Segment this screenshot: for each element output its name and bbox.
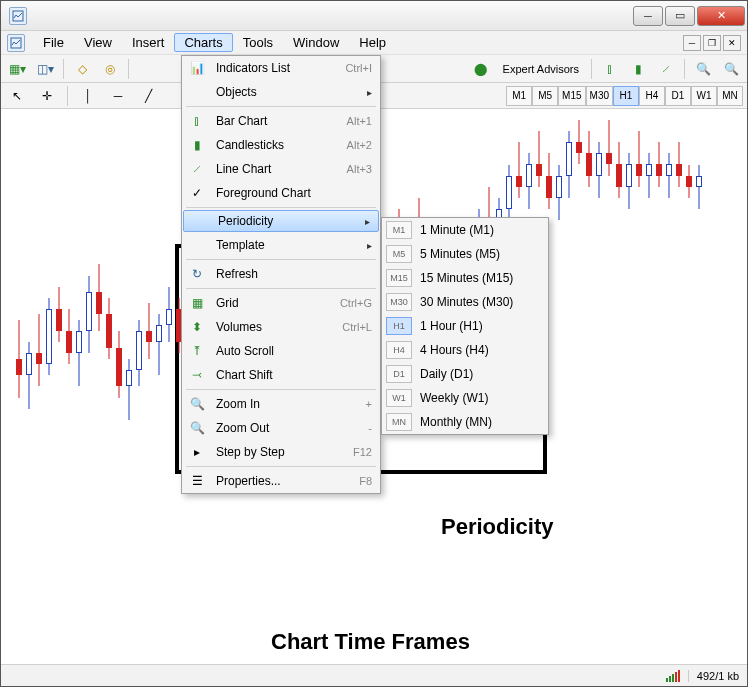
periodicity-item-label: 1 Hour (H1) [420, 319, 483, 333]
menu-window[interactable]: Window [283, 33, 349, 52]
submenu-arrow-icon: ▸ [365, 216, 370, 227]
window-controls: ─ ▭ ✕ [633, 6, 745, 26]
periodicity-item-m15[interactable]: M1515 Minutes (M15) [382, 266, 548, 290]
menu-item-grid[interactable]: ▦GridCtrl+G [182, 291, 380, 315]
cursor-button[interactable]: ↖ [5, 85, 29, 107]
timeframe-badge-icon: M1 [386, 221, 412, 239]
menu-insert[interactable]: Insert [122, 33, 175, 52]
mdi-controls: ─ ❐ ✕ [683, 35, 741, 51]
menu-charts[interactable]: Charts [174, 33, 232, 52]
menu-view[interactable]: View [74, 33, 122, 52]
menu-help[interactable]: Help [349, 33, 396, 52]
candlestick [596, 142, 602, 198]
status-traffic: 492/1 kb [688, 670, 739, 682]
market-watch-button[interactable]: ◇ [70, 58, 94, 80]
menu-shortcut: Ctrl+G [340, 297, 372, 309]
mdi-restore-button[interactable]: ❐ [703, 35, 721, 51]
candlestick [546, 153, 552, 209]
periodicity-item-h1[interactable]: H11 Hour (H1) [382, 314, 548, 338]
zoom-out-button[interactable]: 🔍 [719, 58, 743, 80]
periodicity-item-label: 15 Minutes (M15) [420, 271, 513, 285]
menu-item-bar-chart[interactable]: ⫿Bar ChartAlt+1 [182, 109, 380, 133]
menu-item-zoom-in[interactable]: 🔍Zoom In+ [182, 392, 380, 416]
maximize-button[interactable]: ▭ [665, 6, 695, 26]
timeframe-badge-icon: M5 [386, 245, 412, 263]
periodicity-item-m30[interactable]: M3030 Minutes (M30) [382, 290, 548, 314]
timeframe-h4-button[interactable]: H4 [639, 86, 665, 106]
candlestick [576, 120, 582, 164]
menu-item-step-by-step[interactable]: ▸Step by StepF12 [182, 440, 380, 464]
timeframe-m1-button[interactable]: M1 [506, 86, 532, 106]
timeframe-m30-button[interactable]: M30 [586, 86, 613, 106]
menu-tools[interactable]: Tools [233, 33, 283, 52]
profiles-button[interactable]: ◫▾ [33, 58, 57, 80]
crosshair-button[interactable]: ✛ [35, 85, 59, 107]
app-icon-small [7, 34, 25, 52]
menu-item-label: Line Chart [216, 162, 323, 176]
bar-chart-button[interactable]: ⫿ [598, 58, 622, 80]
candlestick [656, 142, 662, 186]
menu-file[interactable]: File [33, 33, 74, 52]
candlestick [126, 359, 132, 420]
candlestick [146, 303, 152, 359]
periodicity-item-w1[interactable]: W1Weekly (W1) [382, 386, 548, 410]
periodicity-item-label: 1 Minute (M1) [420, 223, 494, 237]
menu-separator [186, 288, 376, 289]
menu-item-refresh[interactable]: ↻Refresh [182, 262, 380, 286]
candlestick [586, 131, 592, 187]
navigator-button[interactable]: ◎ [98, 58, 122, 80]
menu-item-objects[interactable]: Objects▸ [182, 80, 380, 104]
new-chart-button[interactable]: ▦▾ [5, 58, 29, 80]
menu-item-zoom-out[interactable]: 🔍Zoom Out- [182, 416, 380, 440]
menu-item-foreground-chart[interactable]: ✓Foreground Chart [182, 181, 380, 205]
expert-advisor-icon[interactable]: ⬤ [469, 58, 493, 80]
candlestick [136, 320, 142, 387]
periodicity-item-h4[interactable]: H44 Hours (H4) [382, 338, 548, 362]
menu-item-periodicity[interactable]: Periodicity▸ [183, 210, 379, 232]
menu-item-chart-shift[interactable]: ⤙Chart Shift [182, 363, 380, 387]
vertical-line-button[interactable]: │ [76, 85, 100, 107]
candle-chart-button[interactable]: ▮ [626, 58, 650, 80]
periodicity-item-m5[interactable]: M55 Minutes (M5) [382, 242, 548, 266]
timeframe-h1-button[interactable]: H1 [613, 86, 639, 106]
menu-shortcut: Alt+3 [347, 163, 372, 175]
menu-item-candlesticks[interactable]: ▮CandlesticksAlt+2 [182, 133, 380, 157]
periodicity-item-mn[interactable]: MNMonthly (MN) [382, 410, 548, 434]
timeframe-m5-button[interactable]: M5 [532, 86, 558, 106]
menu-item-properties-[interactable]: ☰Properties...F8 [182, 469, 380, 493]
menu-item-volumes[interactable]: ⬍VolumesCtrl+L [182, 315, 380, 339]
menu-item-label: Volumes [216, 320, 318, 334]
menu-item-auto-scroll[interactable]: ⤒Auto Scroll [182, 339, 380, 363]
menu-item-label: Chart Shift [216, 368, 372, 382]
periodicity-item-d1[interactable]: D1Daily (D1) [382, 362, 548, 386]
mdi-close-button[interactable]: ✕ [723, 35, 741, 51]
horizontal-line-button[interactable]: ─ [106, 85, 130, 107]
periodicity-item-label: Weekly (W1) [420, 391, 488, 405]
expert-advisors-label[interactable]: Expert Advisors [497, 63, 585, 75]
minimize-button[interactable]: ─ [633, 6, 663, 26]
menu-item-indicators-list[interactable]: 📊Indicators ListCtrl+I [182, 56, 380, 80]
menu-separator [186, 207, 376, 208]
annotation-periodicity: Periodicity [441, 514, 553, 540]
mdi-minimize-button[interactable]: ─ [683, 35, 701, 51]
periodicity-item-m1[interactable]: M11 Minute (M1) [382, 218, 548, 242]
menu-separator [186, 106, 376, 107]
menu-item-label: Candlesticks [216, 138, 323, 152]
close-button[interactable]: ✕ [697, 6, 745, 26]
menu-item-line-chart[interactable]: ⟋Line ChartAlt+3 [182, 157, 380, 181]
timeframe-w1-button[interactable]: W1 [691, 86, 717, 106]
zoom-in-button[interactable]: 🔍 [691, 58, 715, 80]
trendline-button[interactable]: ╱ [136, 85, 160, 107]
candlestick [636, 131, 642, 187]
timeframe-badge-icon: H1 [386, 317, 412, 335]
menu-item-template[interactable]: Template▸ [182, 233, 380, 257]
candlestick [56, 287, 62, 343]
candlestick [16, 320, 22, 398]
submenu-arrow-icon: ▸ [367, 240, 372, 251]
line-chart-button[interactable]: ⟋ [654, 58, 678, 80]
refresh-icon: ↻ [186, 267, 208, 281]
timeframe-mn-button[interactable]: MN [717, 86, 743, 106]
menu-shortcut: Alt+2 [347, 139, 372, 151]
timeframe-m15-button[interactable]: M15 [558, 86, 585, 106]
timeframe-d1-button[interactable]: D1 [665, 86, 691, 106]
